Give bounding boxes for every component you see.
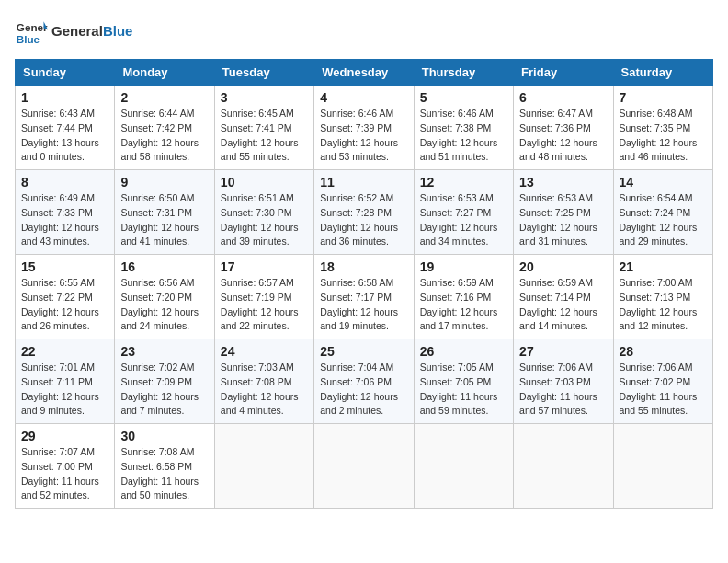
calendar-cell: 27Sunrise: 7:06 AMSunset: 7:03 PMDayligh… <box>514 339 613 424</box>
calendar-week-row: 22Sunrise: 7:01 AMSunset: 7:11 PMDayligh… <box>16 339 713 424</box>
day-info: Sunrise: 6:45 AMSunset: 7:41 PMDaylight:… <box>221 107 308 165</box>
day-number: 29 <box>21 429 108 443</box>
logo-blue: Blue <box>103 23 133 39</box>
calendar-cell <box>613 424 712 509</box>
calendar-cell <box>514 424 613 509</box>
calendar-cell: 28Sunrise: 7:06 AMSunset: 7:02 PMDayligh… <box>613 339 712 424</box>
day-info: Sunrise: 6:59 AMSunset: 7:16 PMDaylight:… <box>420 276 507 334</box>
calendar-table: SundayMondayTuesdayWednesdayThursdayFrid… <box>15 59 713 509</box>
svg-text:Blue: Blue <box>17 33 40 45</box>
day-number: 28 <box>620 344 707 359</box>
day-info: Sunrise: 6:57 AMSunset: 7:19 PMDaylight:… <box>221 276 308 334</box>
day-info: Sunrise: 7:03 AMSunset: 7:08 PMDaylight:… <box>221 361 308 419</box>
day-number: 6 <box>519 90 607 105</box>
column-header-sunday: Sunday <box>16 60 115 86</box>
calendar-cell: 14Sunrise: 6:54 AMSunset: 7:24 PMDayligh… <box>613 170 712 255</box>
calendar-cell: 4Sunrise: 6:46 AMSunset: 7:39 PMDaylight… <box>314 86 414 170</box>
calendar-cell: 10Sunrise: 6:51 AMSunset: 7:30 PMDayligh… <box>214 170 313 255</box>
day-number: 2 <box>120 90 208 105</box>
calendar-cell: 12Sunrise: 6:53 AMSunset: 7:27 PMDayligh… <box>414 170 513 255</box>
calendar-cell: 8Sunrise: 6:49 AMSunset: 7:33 PMDaylight… <box>16 170 115 255</box>
day-number: 8 <box>21 175 108 190</box>
calendar-week-row: 1Sunrise: 6:43 AMSunset: 7:44 PMDaylight… <box>16 86 713 170</box>
calendar-header-row: SundayMondayTuesdayWednesdayThursdayFrid… <box>16 60 713 86</box>
day-number: 24 <box>221 344 308 359</box>
day-info: Sunrise: 6:44 AMSunset: 7:42 PMDaylight:… <box>120 107 208 165</box>
day-number: 27 <box>519 344 607 359</box>
calendar-cell: 29Sunrise: 7:07 AMSunset: 7:00 PMDayligh… <box>16 424 115 509</box>
day-info: Sunrise: 6:49 AMSunset: 7:33 PMDaylight:… <box>21 191 108 249</box>
calendar-cell: 26Sunrise: 7:05 AMSunset: 7:05 PMDayligh… <box>414 339 513 424</box>
logo-icon: General Blue <box>15 15 48 48</box>
calendar-cell: 6Sunrise: 6:47 AMSunset: 7:36 PMDaylight… <box>514 86 613 170</box>
calendar-cell: 13Sunrise: 6:53 AMSunset: 7:25 PMDayligh… <box>514 170 613 255</box>
day-number: 25 <box>320 344 407 359</box>
day-info: Sunrise: 6:46 AMSunset: 7:39 PMDaylight:… <box>320 107 407 165</box>
day-number: 5 <box>420 90 507 105</box>
day-info: Sunrise: 7:06 AMSunset: 7:03 PMDaylight:… <box>519 361 607 419</box>
day-info: Sunrise: 7:02 AMSunset: 7:09 PMDaylight:… <box>120 361 208 419</box>
calendar-cell: 9Sunrise: 6:50 AMSunset: 7:31 PMDaylight… <box>115 170 214 255</box>
day-info: Sunrise: 7:01 AMSunset: 7:11 PMDaylight:… <box>21 361 108 419</box>
day-info: Sunrise: 7:08 AMSunset: 6:58 PMDaylight:… <box>120 445 208 503</box>
day-number: 7 <box>620 90 707 105</box>
calendar-cell: 20Sunrise: 6:59 AMSunset: 7:14 PMDayligh… <box>514 255 613 339</box>
calendar-cell: 21Sunrise: 7:00 AMSunset: 7:13 PMDayligh… <box>613 255 712 339</box>
calendar-cell: 3Sunrise: 6:45 AMSunset: 7:41 PMDaylight… <box>214 86 313 170</box>
page-header: General Blue GeneralBlue <box>15 15 713 48</box>
day-number: 10 <box>221 175 308 190</box>
day-number: 13 <box>519 175 607 190</box>
day-number: 18 <box>320 259 407 274</box>
calendar-cell: 22Sunrise: 7:01 AMSunset: 7:11 PMDayligh… <box>16 339 115 424</box>
calendar-week-row: 8Sunrise: 6:49 AMSunset: 7:33 PMDaylight… <box>16 170 713 255</box>
calendar-week-row: 15Sunrise: 6:55 AMSunset: 7:22 PMDayligh… <box>16 255 713 339</box>
calendar-cell: 5Sunrise: 6:46 AMSunset: 7:38 PMDaylight… <box>414 86 513 170</box>
day-info: Sunrise: 6:58 AMSunset: 7:17 PMDaylight:… <box>320 276 407 334</box>
day-info: Sunrise: 6:53 AMSunset: 7:25 PMDaylight:… <box>519 191 607 249</box>
calendar-cell: 15Sunrise: 6:55 AMSunset: 7:22 PMDayligh… <box>16 255 115 339</box>
calendar-cell <box>414 424 513 509</box>
column-header-wednesday: Wednesday <box>314 60 414 86</box>
day-number: 12 <box>420 175 507 190</box>
day-number: 21 <box>620 259 707 274</box>
day-info: Sunrise: 6:48 AMSunset: 7:35 PMDaylight:… <box>620 107 707 165</box>
column-header-saturday: Saturday <box>613 60 712 86</box>
calendar-cell: 19Sunrise: 6:59 AMSunset: 7:16 PMDayligh… <box>414 255 513 339</box>
day-number: 15 <box>21 259 108 274</box>
logo-general: General <box>51 23 103 39</box>
day-info: Sunrise: 7:00 AMSunset: 7:13 PMDaylight:… <box>620 276 707 334</box>
column-header-monday: Monday <box>115 60 214 86</box>
calendar-cell: 18Sunrise: 6:58 AMSunset: 7:17 PMDayligh… <box>314 255 414 339</box>
day-number: 1 <box>21 90 108 105</box>
calendar-cell: 30Sunrise: 7:08 AMSunset: 6:58 PMDayligh… <box>115 424 214 509</box>
svg-text:General: General <box>17 21 48 33</box>
column-header-thursday: Thursday <box>414 60 513 86</box>
column-header-tuesday: Tuesday <box>214 60 313 86</box>
day-info: Sunrise: 6:54 AMSunset: 7:24 PMDaylight:… <box>620 191 707 249</box>
day-info: Sunrise: 6:56 AMSunset: 7:20 PMDaylight:… <box>120 276 208 334</box>
calendar-cell <box>214 424 313 509</box>
day-info: Sunrise: 6:47 AMSunset: 7:36 PMDaylight:… <box>519 107 607 165</box>
day-info: Sunrise: 6:46 AMSunset: 7:38 PMDaylight:… <box>420 107 507 165</box>
day-number: 3 <box>221 90 308 105</box>
day-info: Sunrise: 6:59 AMSunset: 7:14 PMDaylight:… <box>519 276 607 334</box>
day-number: 11 <box>320 175 407 190</box>
calendar-cell: 11Sunrise: 6:52 AMSunset: 7:28 PMDayligh… <box>314 170 414 255</box>
calendar-week-row: 29Sunrise: 7:07 AMSunset: 7:00 PMDayligh… <box>16 424 713 509</box>
calendar-cell: 25Sunrise: 7:04 AMSunset: 7:06 PMDayligh… <box>314 339 414 424</box>
calendar-cell: 23Sunrise: 7:02 AMSunset: 7:09 PMDayligh… <box>115 339 214 424</box>
calendar-cell: 16Sunrise: 6:56 AMSunset: 7:20 PMDayligh… <box>115 255 214 339</box>
calendar-cell: 2Sunrise: 6:44 AMSunset: 7:42 PMDaylight… <box>115 86 214 170</box>
day-number: 19 <box>420 259 507 274</box>
day-info: Sunrise: 6:52 AMSunset: 7:28 PMDaylight:… <box>320 191 407 249</box>
day-number: 14 <box>620 175 707 190</box>
day-info: Sunrise: 7:04 AMSunset: 7:06 PMDaylight:… <box>320 361 407 419</box>
day-info: Sunrise: 6:53 AMSunset: 7:27 PMDaylight:… <box>420 191 507 249</box>
day-info: Sunrise: 6:50 AMSunset: 7:31 PMDaylight:… <box>120 191 208 249</box>
day-number: 16 <box>120 259 208 274</box>
column-header-friday: Friday <box>514 60 613 86</box>
day-number: 4 <box>320 90 407 105</box>
day-info: Sunrise: 6:43 AMSunset: 7:44 PMDaylight:… <box>21 107 108 165</box>
day-info: Sunrise: 6:51 AMSunset: 7:30 PMDaylight:… <box>221 191 308 249</box>
day-number: 26 <box>420 344 507 359</box>
